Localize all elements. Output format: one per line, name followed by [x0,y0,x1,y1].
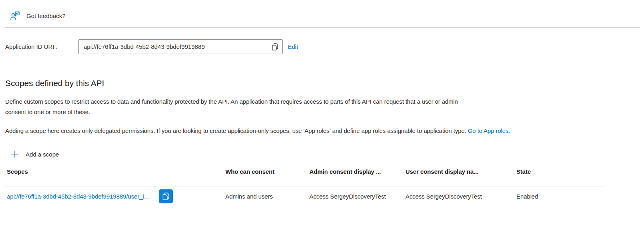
copy-scope-button[interactable] [159,189,173,203]
col-header-user-consent-display: User consent display na... [405,165,516,187]
copy-icon [272,43,278,50]
scope-table-row[interactable]: api://fe76ff1a-3dbd-45b2-8d43-9bdef99198… [5,187,606,206]
feedback-label: Got feedback? [26,12,66,19]
scopes-table-header-row: Scopes Who can consent Admin consent dis… [5,165,606,187]
add-a-scope-label: Add a scope [26,151,59,158]
scopes-description-2-text: Adding a scope here creates only delegat… [5,127,468,134]
add-a-scope-button[interactable]: Add a scope [11,150,59,158]
col-header-scopes: Scopes [5,165,225,187]
scopes-section-title: Scopes defined by this API [5,78,644,88]
go-to-app-roles-link[interactable]: Go to App roles. [468,127,510,134]
edit-app-id-uri-link[interactable]: Edit [288,43,298,50]
user-consent-display-cell: Access SergeyDiscoveryTest [405,187,516,206]
scope-uri-link[interactable]: api://fe76ff1a-3dbd-45b2-8d43-9bdef99198… [7,193,150,200]
scopes-description-1: Define custom scopes to restrict access … [5,96,475,117]
got-feedback-button[interactable]: Got feedback? [0,0,644,27]
application-id-uri-input[interactable] [78,39,283,54]
col-header-who-can-consent: Who can consent [225,165,309,187]
scopes-description-2: Adding a scope here creates only delegat… [5,126,592,136]
plus-icon [11,150,19,158]
application-id-uri-label: Application ID URI : [5,43,78,50]
scope-cell: api://fe76ff1a-3dbd-45b2-8d43-9bdef99198… [5,187,225,206]
state-cell: Enabled [516,187,606,206]
feedback-person-icon [10,10,20,21]
application-id-uri-row: Application ID URI : Edit [5,39,644,54]
col-header-admin-consent-display: Admin consent display ... [309,165,405,187]
application-id-uri-field-wrap [78,39,283,54]
scopes-table: Scopes Who can consent Admin consent dis… [5,165,606,206]
admin-consent-display-cell: Access SergeyDiscoveryTest [309,187,405,206]
copy-icon [163,193,169,200]
col-header-state: State [516,165,606,187]
copy-app-id-uri-button[interactable] [271,42,279,52]
toolbar-divider [5,27,640,28]
who-can-consent-cell: Admins and users [225,187,309,206]
